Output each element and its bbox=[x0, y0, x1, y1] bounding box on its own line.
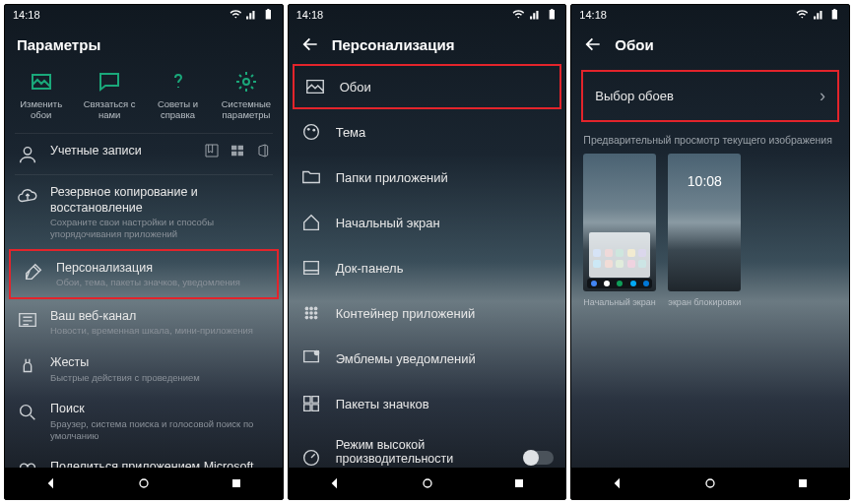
speed-icon bbox=[300, 447, 322, 468]
screen-settings: 14:18 Параметры Изменить обои Связаться … bbox=[4, 4, 284, 500]
chat-icon bbox=[98, 70, 121, 94]
svg-point-17 bbox=[313, 350, 319, 356]
wifi-icon bbox=[512, 9, 525, 22]
nav-back[interactable] bbox=[43, 475, 59, 491]
status-icons bbox=[230, 6, 275, 24]
preview-lock[interactable]: 10:08 экран блокировки bbox=[668, 154, 741, 307]
nav-home[interactable] bbox=[702, 475, 718, 491]
settings-list: Учетные записи Резервное копирование и в… bbox=[5, 134, 283, 468]
item-label: Начальный экран bbox=[336, 216, 555, 230]
palette-icon bbox=[300, 121, 322, 143]
nav-back[interactable] bbox=[327, 475, 343, 491]
row-gestures[interactable]: ЖестыБыстрые действия с проведением bbox=[5, 346, 283, 392]
row-personalization[interactable]: ПерсонализацияОбои, тема, пакеты значков… bbox=[9, 249, 279, 299]
row-title: Поиск bbox=[50, 401, 271, 416]
person-icon bbox=[17, 144, 38, 165]
windows-icon bbox=[230, 143, 245, 158]
row-share[interactable]: Поделиться приложением Microsoft Launche… bbox=[5, 450, 283, 468]
qa-help[interactable]: Советы и справка bbox=[148, 70, 209, 121]
row-title: Учетные записи bbox=[50, 143, 192, 158]
personalization-list: Обои Тема Папки приложений Начальный экр… bbox=[289, 64, 566, 468]
quick-actions: Изменить обои Связаться с нами Советы и … bbox=[5, 64, 283, 133]
battery-icon bbox=[828, 6, 841, 24]
row-sub: Быстрые действия с проведением bbox=[50, 372, 271, 384]
svg-point-21 bbox=[706, 479, 714, 487]
wallpaper-select-label: Выбор обоев bbox=[595, 89, 674, 103]
battery-icon bbox=[546, 6, 558, 24]
nav-bar bbox=[5, 468, 283, 499]
lock-time: 10:08 bbox=[668, 173, 741, 189]
office-icon bbox=[255, 143, 271, 158]
svg-point-15 bbox=[309, 316, 313, 320]
row-sub: Браузер, система поиска и голосовой поис… bbox=[50, 418, 271, 442]
row-sub: Сохраните свои настройки и способы упоря… bbox=[50, 217, 271, 240]
news-icon bbox=[17, 309, 38, 331]
preview-heading: Предварительный просмотр текущего изобра… bbox=[571, 134, 849, 154]
item-folders[interactable]: Папки приложений bbox=[289, 155, 566, 200]
svg-point-10 bbox=[313, 307, 317, 311]
search-icon bbox=[17, 402, 38, 423]
svg-point-11 bbox=[304, 311, 308, 315]
wallpaper-select-row[interactable]: Выбор обоев › bbox=[581, 70, 839, 122]
item-label: Режим высокой производительности bbox=[336, 438, 511, 466]
svg-point-12 bbox=[309, 311, 313, 315]
item-theme[interactable]: Тема bbox=[289, 109, 566, 155]
status-icons bbox=[512, 6, 558, 24]
item-label: Контейнер приложений bbox=[336, 306, 555, 321]
item-wallpaper[interactable]: Обои bbox=[293, 64, 562, 109]
header: Персонализация bbox=[289, 25, 566, 64]
svg-point-2 bbox=[21, 406, 32, 416]
qa-wallpaper[interactable]: Изменить обои bbox=[11, 70, 72, 121]
qa-label: Системные параметры bbox=[216, 99, 277, 121]
item-performance[interactable]: Режим высокой производительности Отключи… bbox=[289, 426, 566, 468]
clock: 14:18 bbox=[13, 9, 40, 21]
qa-contact[interactable]: Связаться с нами bbox=[79, 70, 140, 121]
clock: 14:18 bbox=[296, 9, 324, 21]
row-title: Резервное копирование и восстановление bbox=[50, 184, 271, 217]
item-iconpacks[interactable]: Пакеты значков bbox=[289, 381, 566, 426]
iconpack-icon bbox=[300, 393, 322, 414]
back-button[interactable] bbox=[300, 34, 320, 54]
svg-point-1 bbox=[24, 148, 31, 155]
preview-thumb-lock: 10:08 bbox=[668, 154, 741, 291]
nav-recents[interactable] bbox=[511, 475, 527, 491]
nav-recents[interactable] bbox=[795, 475, 811, 491]
account-app-icons bbox=[204, 143, 271, 158]
svg-point-7 bbox=[312, 129, 315, 132]
svg-point-14 bbox=[304, 316, 308, 320]
row-feed[interactable]: Ваш веб-каналНовости, временная шкала, м… bbox=[5, 299, 283, 346]
item-home[interactable]: Начальный экран bbox=[289, 200, 566, 245]
dock-icon bbox=[300, 257, 322, 279]
performance-toggle[interactable] bbox=[524, 451, 554, 465]
nav-recents[interactable] bbox=[229, 475, 244, 491]
item-drawer[interactable]: Контейнер приложений bbox=[289, 290, 566, 336]
svg-point-9 bbox=[309, 307, 313, 311]
picture-icon bbox=[30, 70, 53, 94]
cloud-icon bbox=[17, 185, 38, 207]
nav-back[interactable] bbox=[610, 475, 625, 491]
preview-caption: Начальный экран bbox=[583, 297, 656, 307]
nav-home[interactable] bbox=[420, 475, 435, 491]
status-bar: 14:18 bbox=[571, 5, 849, 25]
chevron-right-icon: › bbox=[820, 86, 825, 106]
row-search[interactable]: ПоискБраузер, система поиска и голосовой… bbox=[5, 392, 283, 450]
page-title: Персонализация bbox=[332, 36, 455, 53]
signal-icon bbox=[813, 9, 825, 22]
home-icon bbox=[300, 212, 322, 233]
item-label: Пакеты значков bbox=[336, 397, 555, 411]
apps-icon bbox=[300, 302, 322, 324]
battery-icon bbox=[262, 6, 275, 24]
row-backup[interactable]: Резервное копирование и восстановлениеСо… bbox=[5, 175, 283, 249]
qa-label: Советы и справка bbox=[148, 99, 209, 121]
svg-rect-20 bbox=[515, 479, 523, 487]
row-accounts[interactable]: Учетные записи bbox=[5, 134, 283, 174]
nav-home[interactable] bbox=[136, 475, 152, 491]
row-title: Персонализация bbox=[56, 260, 265, 276]
item-dock[interactable]: Док-панель bbox=[289, 245, 566, 290]
back-button[interactable] bbox=[583, 34, 603, 54]
row-sub: Обои, тема, пакеты значков, уведомления bbox=[56, 277, 265, 288]
qa-system[interactable]: Системные параметры bbox=[216, 70, 277, 121]
item-badges[interactable]: Эмблемы уведомлений bbox=[289, 336, 566, 381]
preview-home[interactable]: Начальный экран bbox=[583, 154, 656, 307]
signal-icon bbox=[245, 9, 258, 22]
